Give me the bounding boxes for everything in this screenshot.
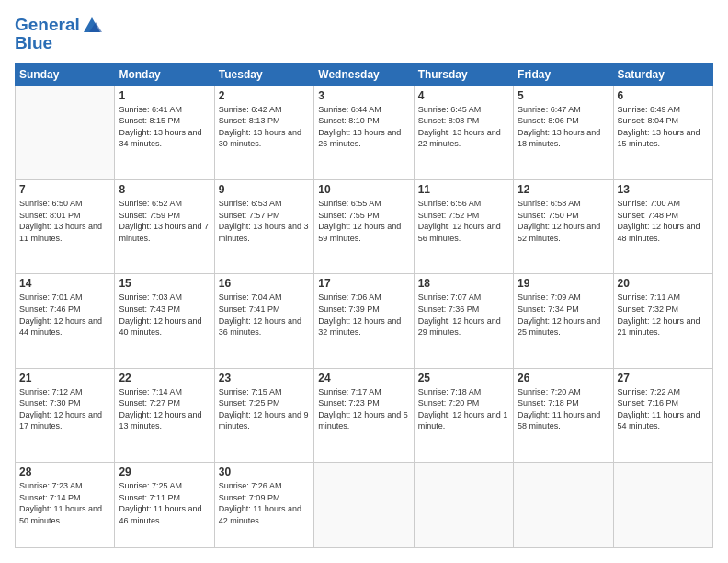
sunset-text: Sunset: 7:25 PM <box>219 397 310 409</box>
sunset-text: Sunset: 7:09 PM <box>219 492 310 504</box>
sunset-text: Sunset: 7:43 PM <box>119 304 210 316</box>
day-info: Sunrise: 7:25 AMSunset: 7:11 PMDaylight:… <box>119 480 210 526</box>
sunset-text: Sunset: 8:15 PM <box>119 115 210 127</box>
sunrise-text: Sunrise: 7:14 AM <box>119 386 210 398</box>
sunrise-text: Sunrise: 7:04 AM <box>219 292 310 304</box>
day-number: 17 <box>318 277 409 290</box>
daylight-text: Daylight: 12 hours and 9 minutes. <box>219 409 310 432</box>
sunset-text: Sunset: 7:14 PM <box>19 492 110 504</box>
weekday-header: Monday <box>115 63 214 86</box>
sunset-text: Sunset: 7:48 PM <box>618 210 709 222</box>
daylight-text: Daylight: 11 hours and 50 minutes. <box>19 503 110 526</box>
day-info: Sunrise: 7:12 AMSunset: 7:30 PMDaylight:… <box>19 386 110 432</box>
daylight-text: Daylight: 12 hours and 59 minutes. <box>318 221 409 244</box>
sunrise-text: Sunrise: 6:53 AM <box>219 198 310 210</box>
sunset-text: Sunset: 7:30 PM <box>19 397 110 409</box>
sunset-text: Sunset: 8:13 PM <box>219 115 310 127</box>
day-number: 4 <box>418 89 509 102</box>
calendar-header-row: SundayMondayTuesdayWednesdayThursdayFrid… <box>16 63 713 86</box>
day-info: Sunrise: 6:56 AMSunset: 7:52 PMDaylight:… <box>418 198 509 244</box>
logo-container: General Blue <box>15 15 102 53</box>
sunset-text: Sunset: 8:04 PM <box>618 115 709 127</box>
sunrise-text: Sunrise: 7:25 AM <box>119 480 210 492</box>
calendar-cell: 8Sunrise: 6:52 AMSunset: 7:59 PMDaylight… <box>115 180 214 274</box>
daylight-text: Daylight: 12 hours and 1 minute. <box>418 409 509 432</box>
sunrise-text: Sunrise: 6:42 AM <box>219 104 310 116</box>
day-number: 6 <box>618 89 709 102</box>
calendar-table: SundayMondayTuesdayWednesdayThursdayFrid… <box>15 63 713 548</box>
sunrise-text: Sunrise: 7:22 AM <box>618 386 709 398</box>
calendar-cell: 14Sunrise: 7:01 AMSunset: 7:46 PMDayligh… <box>16 274 115 368</box>
calendar-week-row: 1Sunrise: 6:41 AMSunset: 8:15 PMDaylight… <box>16 86 713 179</box>
calendar-cell: 15Sunrise: 7:03 AMSunset: 7:43 PMDayligh… <box>115 274 214 368</box>
calendar-cell: 4Sunrise: 6:45 AMSunset: 8:08 PMDaylight… <box>414 86 513 179</box>
day-number: 26 <box>518 372 609 385</box>
logo-flag-icon <box>82 16 102 34</box>
day-info: Sunrise: 7:17 AMSunset: 7:23 PMDaylight:… <box>318 386 409 432</box>
sunrise-text: Sunrise: 7:18 AM <box>418 386 509 398</box>
calendar-cell <box>314 462 414 547</box>
daylight-text: Daylight: 13 hours and 18 minutes. <box>518 127 609 150</box>
calendar-cell: 20Sunrise: 7:11 AMSunset: 7:32 PMDayligh… <box>613 274 712 368</box>
calendar-cell: 11Sunrise: 6:56 AMSunset: 7:52 PMDayligh… <box>414 180 513 274</box>
calendar-week-row: 7Sunrise: 6:50 AMSunset: 8:01 PMDaylight… <box>16 180 713 274</box>
sunrise-text: Sunrise: 6:55 AM <box>318 198 409 210</box>
sunset-text: Sunset: 7:39 PM <box>318 304 409 316</box>
day-info: Sunrise: 6:49 AMSunset: 8:04 PMDaylight:… <box>618 104 709 150</box>
sunrise-text: Sunrise: 6:58 AM <box>518 198 609 210</box>
daylight-text: Daylight: 13 hours and 26 minutes. <box>318 127 409 150</box>
daylight-text: Daylight: 13 hours and 7 minutes. <box>119 221 210 244</box>
calendar-week-row: 21Sunrise: 7:12 AMSunset: 7:30 PMDayligh… <box>16 368 713 462</box>
calendar-cell: 28Sunrise: 7:23 AMSunset: 7:14 PMDayligh… <box>16 462 115 547</box>
day-info: Sunrise: 7:14 AMSunset: 7:27 PMDaylight:… <box>119 386 210 432</box>
day-info: Sunrise: 6:42 AMSunset: 8:13 PMDaylight:… <box>219 104 310 150</box>
sunrise-text: Sunrise: 7:01 AM <box>19 292 110 304</box>
sunset-text: Sunset: 7:57 PM <box>219 210 310 222</box>
sunrise-text: Sunrise: 6:47 AM <box>518 104 609 116</box>
daylight-text: Daylight: 13 hours and 34 minutes. <box>119 127 210 150</box>
page: General Blue SundayMondayTuesdayWednesda… <box>0 0 728 563</box>
calendar-cell: 26Sunrise: 7:20 AMSunset: 7:18 PMDayligh… <box>514 368 613 462</box>
sunrise-text: Sunrise: 6:56 AM <box>418 198 509 210</box>
day-number: 7 <box>19 183 110 196</box>
header: General Blue <box>15 15 713 53</box>
day-number: 21 <box>19 372 110 385</box>
sunrise-text: Sunrise: 7:03 AM <box>119 292 210 304</box>
day-info: Sunrise: 6:53 AMSunset: 7:57 PMDaylight:… <box>219 198 310 244</box>
daylight-text: Daylight: 13 hours and 3 minutes. <box>219 221 310 244</box>
daylight-text: Daylight: 12 hours and 48 minutes. <box>618 221 709 244</box>
day-info: Sunrise: 7:18 AMSunset: 7:20 PMDaylight:… <box>418 386 509 432</box>
sunrise-text: Sunrise: 7:26 AM <box>219 480 310 492</box>
day-info: Sunrise: 6:44 AMSunset: 8:10 PMDaylight:… <box>318 104 409 150</box>
weekday-header: Tuesday <box>214 63 313 86</box>
day-number: 24 <box>318 372 409 385</box>
daylight-text: Daylight: 12 hours and 40 minutes. <box>119 316 210 339</box>
day-info: Sunrise: 7:23 AMSunset: 7:14 PMDaylight:… <box>19 480 110 526</box>
sunrise-text: Sunrise: 6:49 AM <box>618 104 709 116</box>
calendar-cell: 18Sunrise: 7:07 AMSunset: 7:36 PMDayligh… <box>414 274 513 368</box>
daylight-text: Daylight: 12 hours and 52 minutes. <box>518 221 609 244</box>
day-info: Sunrise: 7:04 AMSunset: 7:41 PMDaylight:… <box>219 292 310 338</box>
day-number: 23 <box>219 372 310 385</box>
sunset-text: Sunset: 7:20 PM <box>418 397 509 409</box>
weekday-header: Wednesday <box>314 63 414 86</box>
sunset-text: Sunset: 7:36 PM <box>418 304 509 316</box>
sunset-text: Sunset: 8:06 PM <box>518 115 609 127</box>
sunset-text: Sunset: 7:59 PM <box>119 210 210 222</box>
calendar-cell: 3Sunrise: 6:44 AMSunset: 8:10 PMDaylight… <box>314 86 414 179</box>
daylight-text: Daylight: 12 hours and 25 minutes. <box>518 316 609 339</box>
sunrise-text: Sunrise: 6:52 AM <box>119 198 210 210</box>
day-info: Sunrise: 7:22 AMSunset: 7:16 PMDaylight:… <box>618 386 709 432</box>
sunrise-text: Sunrise: 7:09 AM <box>518 292 609 304</box>
day-number: 22 <box>119 372 210 385</box>
calendar-cell <box>613 462 712 547</box>
day-number: 1 <box>119 89 210 102</box>
calendar-cell <box>514 462 613 547</box>
sunset-text: Sunset: 7:52 PM <box>418 210 509 222</box>
calendar-cell: 12Sunrise: 6:58 AMSunset: 7:50 PMDayligh… <box>514 180 613 274</box>
sunset-text: Sunset: 7:55 PM <box>318 210 409 222</box>
day-info: Sunrise: 7:01 AMSunset: 7:46 PMDaylight:… <box>19 292 110 338</box>
day-info: Sunrise: 7:15 AMSunset: 7:25 PMDaylight:… <box>219 386 310 432</box>
day-info: Sunrise: 7:03 AMSunset: 7:43 PMDaylight:… <box>119 292 210 338</box>
sunset-text: Sunset: 7:16 PM <box>618 397 709 409</box>
